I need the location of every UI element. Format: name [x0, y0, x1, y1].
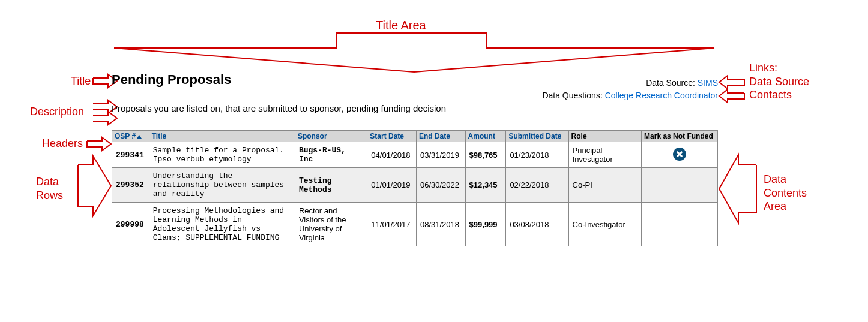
- cell-end: 06/30/2022: [416, 168, 465, 203]
- ann-data-rows: Data Rows: [36, 175, 63, 202]
- cell-start: 04/01/2018: [367, 142, 417, 168]
- cell-end: 03/31/2019: [416, 142, 465, 168]
- cell-amount: $12,345: [465, 168, 506, 203]
- cell-submitted: 02/22/2018: [506, 168, 568, 203]
- cell-role: Co-PI: [568, 168, 641, 203]
- cell-start: 01/01/2019: [367, 168, 417, 203]
- ann-title: Title: [71, 74, 91, 88]
- cell-sponsor: Bugs-R-US, Inc: [295, 142, 367, 168]
- cell-osp: 299341: [112, 142, 149, 168]
- col-osp[interactable]: OSP #: [112, 131, 149, 142]
- cell-end: 08/31/2018: [416, 203, 465, 246]
- cell-title: Processing Methodologies and Learning Me…: [149, 203, 295, 246]
- data-questions-link[interactable]: College Research Coordinator: [605, 91, 718, 100]
- cell-start: 11/01/2017: [367, 203, 417, 246]
- links-block: Data Source: SIMS Data Questions: Colleg…: [542, 77, 718, 102]
- sort-asc-icon: [137, 135, 142, 139]
- data-source-link[interactable]: SIMS: [698, 78, 718, 88]
- col-amount[interactable]: Amount: [465, 131, 506, 142]
- mark-not-funded-icon[interactable]: [673, 148, 686, 161]
- cell-sponsor: Rector and Visitors of the University of…: [295, 203, 367, 246]
- col-mark[interactable]: Mark as Not Funded: [642, 131, 718, 142]
- cell-submitted: 01/23/2018: [506, 142, 568, 168]
- col-sponsor[interactable]: Sponsor: [295, 131, 367, 142]
- svg-line-1: [414, 48, 714, 72]
- cell-mark: [642, 142, 718, 168]
- col-role[interactable]: Role: [568, 131, 641, 142]
- cell-mark: [642, 203, 718, 246]
- col-start[interactable]: Start Date: [367, 131, 417, 142]
- data-source-label: Data Source:: [646, 78, 698, 88]
- col-end[interactable]: End Date: [416, 131, 465, 142]
- cell-mark: [642, 168, 718, 203]
- ann-data-contents-area: Data Contents Area: [764, 173, 807, 213]
- proposals-table: OSP # Title Sponsor Start Date End Date …: [112, 130, 718, 246]
- page-description: Proposals you are listed on, that are su…: [112, 103, 448, 115]
- cell-osp: 299998: [112, 203, 149, 246]
- col-osp-label: OSP #: [115, 132, 136, 140]
- proposals-panel: Pending Proposals Data Source: SIMS Data…: [112, 72, 718, 246]
- ann-title-area: Title Area: [376, 18, 426, 33]
- cell-role: Principal Investigator: [568, 142, 641, 168]
- col-title[interactable]: Title: [149, 131, 295, 142]
- ann-description: Description: [30, 105, 84, 119]
- cell-role: Co-Investigator: [568, 203, 641, 246]
- table-header-row: OSP # Title Sponsor Start Date End Date …: [112, 131, 718, 142]
- cell-submitted: 03/08/2018: [506, 203, 568, 246]
- svg-line-0: [114, 48, 414, 72]
- cell-amount: $98,765: [465, 142, 506, 168]
- cell-title: Sample title for a Proposal. Ipso verbub…: [149, 142, 295, 168]
- ann-headers: Headers: [42, 137, 83, 151]
- table-row: 299341Sample title for a Proposal. Ipso …: [112, 142, 718, 168]
- cell-osp: 299352: [112, 168, 149, 203]
- cell-amount: $99,999: [465, 203, 506, 246]
- cell-title: Understanding the relationship between s…: [149, 168, 295, 203]
- col-submitted[interactable]: Submitted Date: [506, 131, 568, 142]
- table-row: 299352Understanding the relationship bet…: [112, 168, 718, 203]
- ann-links: Links: Data Source Contacts: [749, 61, 809, 102]
- table-row: 299998Processing Methodologies and Learn…: [112, 203, 718, 246]
- data-questions-label: Data Questions:: [542, 91, 604, 100]
- cell-sponsor: Testing Methods: [295, 168, 367, 203]
